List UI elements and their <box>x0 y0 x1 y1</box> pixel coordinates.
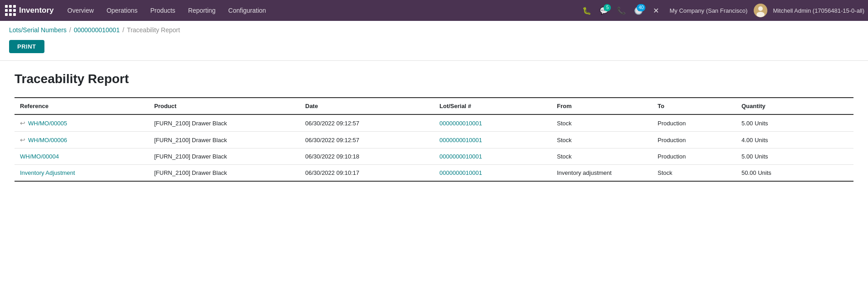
print-button[interactable]: PRINT <box>9 40 44 53</box>
cell-quantity: 5.00 Units <box>736 148 853 165</box>
breadcrumb-sep-2: / <box>122 26 124 34</box>
cell-product: [FURN_2100] Drawer Black <box>149 132 300 148</box>
cell-date: 06/30/2022 09:10:17 <box>300 165 434 182</box>
close-icon[interactable]: ✕ <box>649 3 663 18</box>
main-content: Traceability Report Reference Product Da… <box>0 61 868 193</box>
svg-point-1 <box>758 6 763 11</box>
cell-reference[interactable]: Inventory Adjustment <box>15 165 149 182</box>
nav-products[interactable]: Products <box>144 0 181 21</box>
breadcrumb-current: Traceability Report <box>127 26 180 34</box>
navbar: Inventory Overview Operations Products R… <box>0 0 868 21</box>
clock-badge: 40 <box>637 4 645 11</box>
cell-to: Production <box>652 148 736 165</box>
chat-icon[interactable]: 💬 5 <box>597 3 611 18</box>
cell-quantity: 50.00 Units <box>736 165 853 182</box>
cell-reference[interactable]: ↩WH/MO/00005 <box>15 114 149 132</box>
report-title: Traceability Report <box>15 72 853 86</box>
cell-to: Production <box>652 132 736 148</box>
cell-from: Stock <box>551 148 652 165</box>
cell-to: Stock <box>652 165 736 182</box>
nav-configuration[interactable]: Configuration <box>222 0 272 21</box>
company-name: My Company (San Francisco) <box>669 7 747 14</box>
cell-lot-serial[interactable]: 0000000010001 <box>434 148 551 165</box>
col-header-reference: Reference <box>15 98 149 114</box>
app-title: Inventory <box>19 6 54 15</box>
cell-quantity: 4.00 Units <box>736 132 853 148</box>
nav-operations[interactable]: Operations <box>100 0 144 21</box>
table-row: ↩WH/MO/00005[FURN_2100] Drawer Black06/3… <box>15 114 853 132</box>
cell-lot-serial[interactable]: 0000000010001 <box>434 114 551 132</box>
table-row: Inventory Adjustment[FURN_2100] Drawer B… <box>15 165 853 182</box>
col-header-date: Date <box>300 98 434 114</box>
reverse-icon: ↩ <box>20 119 25 127</box>
cell-from: Stock <box>551 114 652 132</box>
cell-to: Production <box>652 114 736 132</box>
cell-date: 06/30/2022 09:10:18 <box>300 148 434 165</box>
nav-menu: Overview Operations Products Reporting C… <box>61 0 580 21</box>
cell-lot-serial[interactable]: 0000000010001 <box>434 132 551 148</box>
cell-date: 06/30/2022 09:12:57 <box>300 114 434 132</box>
cell-product: [FURN_2100] Drawer Black <box>149 148 300 165</box>
clock-icon[interactable]: 🕐 40 <box>631 3 646 18</box>
breadcrumb-serial[interactable]: 0000000010001 <box>74 26 120 34</box>
cell-reference[interactable]: ↩WH/MO/00006 <box>15 132 149 148</box>
reverse-icon: ↩ <box>20 136 25 144</box>
breadcrumb: Lots/Serial Numbers / 0000000010001 / Tr… <box>0 21 868 37</box>
nav-reporting[interactable]: Reporting <box>182 0 222 21</box>
cell-lot-serial[interactable]: 0000000010001 <box>434 165 551 182</box>
apps-menu-icon[interactable] <box>4 4 17 17</box>
breadcrumb-sep-1: / <box>69 26 71 34</box>
cell-date: 06/30/2022 09:12:57 <box>300 132 434 148</box>
bug-icon[interactable]: 🐛 <box>580 3 594 18</box>
table-row: WH/MO/00004[FURN_2100] Drawer Black06/30… <box>15 148 853 165</box>
cell-from: Inventory adjustment <box>551 165 652 182</box>
table-header-row: Reference Product Date Lot/Serial # From… <box>15 98 853 114</box>
cell-product: [FURN_2100] Drawer Black <box>149 165 300 182</box>
col-header-from: From <box>551 98 652 114</box>
traceability-table: Reference Product Date Lot/Serial # From… <box>15 97 853 182</box>
table-row: ↩WH/MO/00006[FURN_2100] Drawer Black06/3… <box>15 132 853 148</box>
cell-from: Stock <box>551 132 652 148</box>
user-avatar[interactable] <box>754 4 767 17</box>
phone-icon[interactable]: 📞 <box>614 3 629 18</box>
nav-icons: 🐛 💬 5 📞 🕐 40 ✕ My Company (San Francisco… <box>580 3 864 18</box>
cell-reference[interactable]: WH/MO/00004 <box>15 148 149 165</box>
user-name: Mitchell Admin (17056481-15-0-all) <box>773 7 864 14</box>
chat-badge: 5 <box>604 4 611 11</box>
breadcrumb-lots[interactable]: Lots/Serial Numbers <box>9 26 67 34</box>
col-header-quantity: Quantity <box>736 98 853 114</box>
col-header-lot: Lot/Serial # <box>434 98 551 114</box>
svg-point-2 <box>756 12 765 17</box>
nav-overview[interactable]: Overview <box>61 0 100 21</box>
col-header-product: Product <box>149 98 300 114</box>
cell-product: [FURN_2100] Drawer Black <box>149 114 300 132</box>
cell-quantity: 5.00 Units <box>736 114 853 132</box>
col-header-to: To <box>652 98 736 114</box>
